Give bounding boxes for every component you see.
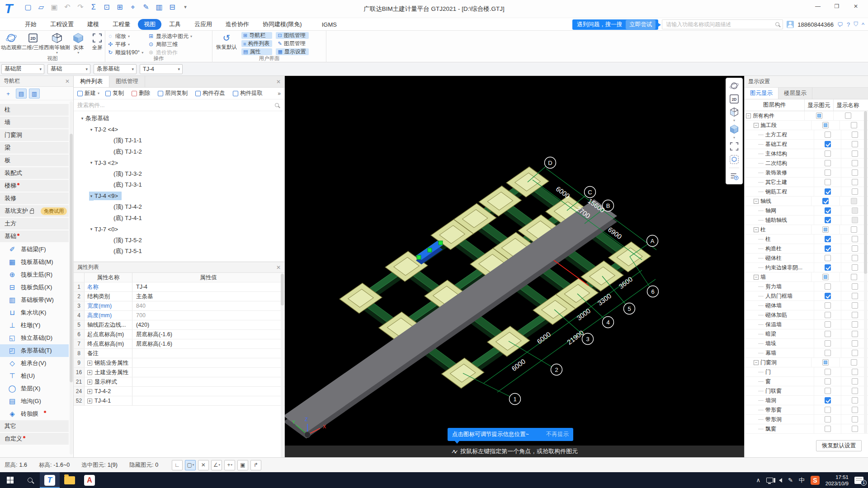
dismiss-tip-button[interactable]: 不再提示: [546, 431, 569, 438]
component-action-button[interactable]: 删除: [132, 89, 152, 97]
property-row[interactable]: 5 +轴线距左边线... (420): [74, 320, 284, 330]
category-select[interactable]: 基础▾: [47, 64, 90, 74]
show-element-checkbox[interactable]: [825, 293, 831, 299]
quickbar-icon[interactable]: ↷: [76, 3, 85, 11]
volume-icon[interactable]: [779, 478, 782, 483]
property-row[interactable]: 8 +备注: [74, 349, 284, 358]
show-name-checkbox[interactable]: [851, 226, 857, 233]
property-value[interactable]: [132, 387, 284, 396]
settings-tab[interactable]: 楼层显示: [778, 88, 812, 99]
taskbar-gtj-app[interactable]: T: [40, 472, 60, 488]
ribbon-tab[interactable]: 建模: [81, 19, 105, 30]
ribbon-small-button[interactable]: ✣平移▾: [107, 41, 146, 48]
show-element-checkbox[interactable]: [825, 369, 831, 375]
component-tree-row[interactable]: (顶) TJ-4-2: [74, 202, 284, 213]
component-tree-row[interactable]: (底) TJ-3-1: [74, 179, 284, 191]
ribbon-tab[interactable]: 云应用: [189, 19, 218, 30]
nav-section[interactable]: 柱: [0, 104, 69, 116]
component-tree-row[interactable]: (底) TJ-1-2: [74, 146, 284, 158]
property-value[interactable]: [132, 377, 284, 386]
2d-3d-icon[interactable]: 2D: [728, 93, 741, 105]
show-element-checkbox[interactable]: [825, 397, 831, 404]
collapse-minus-icon[interactable]: −: [754, 275, 759, 280]
show-element-checkbox[interactable]: [825, 426, 831, 432]
show-element-checkbox[interactable]: [825, 340, 831, 347]
ribbon-tab[interactable]: 工程设置: [44, 19, 80, 30]
drawing-mode-button[interactable]: ▢▾: [185, 460, 196, 470]
ui-toggle-button[interactable]: ▦显示设置: [276, 48, 308, 55]
notification-icon[interactable]: 1: [854, 477, 863, 484]
add-component-button[interactable]: +: [3, 89, 14, 99]
show-name-checkbox[interactable]: [852, 407, 858, 413]
panel-view-toggle[interactable]: ▥: [29, 89, 40, 99]
more-actions-icon[interactable]: »: [278, 90, 281, 97]
show-element-checkbox[interactable]: [816, 113, 822, 119]
show-element-checkbox[interactable]: [822, 274, 829, 280]
show-element-checkbox[interactable]: [825, 331, 831, 337]
property-value[interactable]: 主条基: [132, 292, 284, 301]
component-tree-row[interactable]: (顶) TJ-1-1: [74, 135, 284, 146]
show-element-checkbox[interactable]: [825, 217, 831, 223]
expand-plus-icon[interactable]: +: [87, 370, 92, 375]
nav-section[interactable]: 板: [0, 155, 69, 166]
ui-toggle-button[interactable]: ▤属性: [241, 48, 272, 55]
help-search-input[interactable]: [662, 19, 783, 29]
ribbon-tab[interactable]: 开始: [19, 19, 42, 30]
collapse-minus-icon[interactable]: −: [754, 123, 759, 128]
component-tree-row[interactable]: ▾ TJ-2 <4>: [74, 124, 284, 136]
show-name-checkbox[interactable]: [852, 378, 858, 385]
component-tree-row[interactable]: (顶) TJ-5-2: [74, 235, 284, 246]
settings-scrollbar[interactable]: [864, 111, 867, 434]
nav-subitem[interactable]: ◱ 独立基础(D): [0, 332, 69, 344]
component-search-input[interactable]: [74, 102, 264, 108]
property-row[interactable]: 6 +起点底标高(m) 层底标高(-1.6): [74, 330, 284, 339]
show-element-checkbox[interactable]: [825, 169, 831, 176]
show-element-checkbox[interactable]: [822, 359, 829, 366]
show-name-checkbox[interactable]: [852, 416, 858, 422]
show-element-checkbox[interactable]: [825, 378, 831, 385]
ribbon-small-button[interactable]: ⊙局部三维: [148, 41, 192, 48]
collapse-minus-icon[interactable]: −: [754, 227, 759, 232]
show-element-checkbox[interactable]: [825, 188, 831, 195]
expand-plus-icon[interactable]: +: [87, 361, 92, 366]
collapse-minus-icon[interactable]: −: [746, 113, 751, 118]
close-icon[interactable]: ✕: [65, 78, 70, 84]
property-row[interactable]: 52 +TJ-4-1: [74, 396, 284, 406]
list-view-toggle[interactable]: ▤: [16, 89, 27, 99]
quickbar-icon[interactable]: ↶: [63, 3, 72, 11]
quickbar-icon[interactable]: ▣: [50, 3, 59, 11]
component-tree-row[interactable]: (底) TJ-5-1: [74, 246, 284, 257]
drawing-mode-button[interactable]: ∟: [172, 460, 183, 470]
show-element-checkbox[interactable]: [822, 226, 829, 233]
component-tree-row[interactable]: ▾ TJ-4 <9>: [74, 191, 284, 202]
drawing-mode-button[interactable]: ✕: [198, 460, 209, 470]
tree-caret-icon[interactable]: ▾: [89, 127, 94, 132]
show-element-checkbox[interactable]: [825, 407, 831, 413]
ribbon-tab[interactable]: 造价协作: [220, 19, 255, 30]
close-icon[interactable]: ✕: [276, 264, 281, 271]
quickbar-icon[interactable]: ✎: [142, 3, 151, 11]
show-name-checkbox[interactable]: [852, 312, 858, 318]
property-row[interactable]: 4 +高度(mm) 700: [74, 311, 284, 320]
taskbar-search-icon[interactable]: [20, 472, 40, 488]
nav-section[interactable]: 其它: [0, 420, 69, 432]
chevron-down-icon[interactable]: ▾: [733, 136, 735, 139]
help-icon[interactable]: ?: [847, 21, 850, 28]
nav-subitem[interactable]: ▤ 地沟(G): [0, 395, 69, 408]
show-name-checkbox[interactable]: [852, 397, 858, 404]
show-element-checkbox[interactable]: [825, 321, 831, 328]
sogou-icon[interactable]: S: [811, 476, 820, 485]
chevron-down-icon[interactable]: ▾: [733, 119, 735, 122]
drawing-mode-button[interactable]: ∠▾: [211, 460, 222, 470]
show-element-checkbox[interactable]: [825, 150, 831, 157]
component-tree-row[interactable]: ▾ 条形基础: [74, 113, 284, 124]
minimize-button[interactable]: —: [808, 0, 827, 13]
reset-default-button[interactable]: 恢复默认设置: [816, 440, 862, 451]
show-element-checkbox[interactable]: [825, 245, 831, 252]
property-row[interactable]: 24 +TJ-4-2: [74, 387, 284, 396]
fullscreen-button[interactable]: 全屏: [90, 31, 105, 54]
quickbar-icon[interactable]: ⊟: [168, 3, 177, 11]
property-row[interactable]: 3 +宽度(mm) 840: [74, 301, 284, 311]
ribbon-tab[interactable]: 协同建模(限免): [257, 19, 308, 30]
quickbar-icon[interactable]: ▥: [155, 3, 164, 11]
